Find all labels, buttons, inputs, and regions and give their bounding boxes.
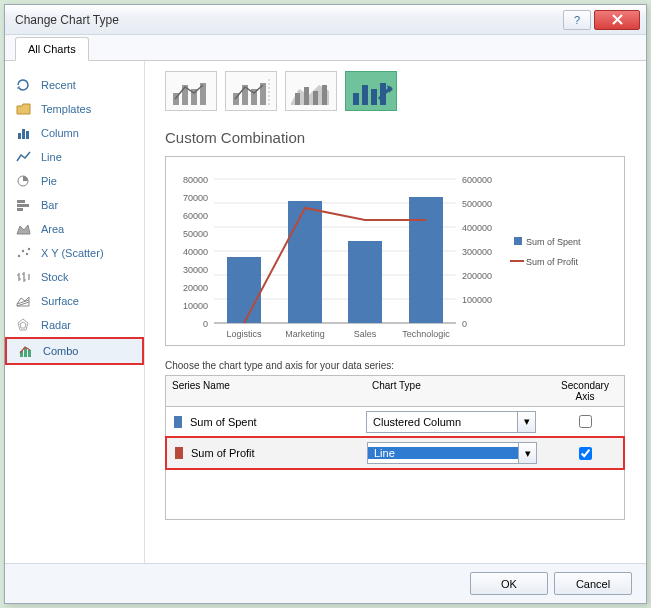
svg-text:Technologic: Technologic	[402, 329, 450, 339]
svg-rect-30	[371, 89, 377, 105]
chart-subtype-row	[165, 71, 626, 111]
svg-text:100000: 100000	[462, 295, 492, 305]
svg-rect-26	[313, 91, 318, 105]
svg-text:10000: 10000	[183, 301, 208, 311]
chart-type-dropdown-spent[interactable]: Clustered Column ▾	[366, 411, 536, 433]
legend-profit: Sum of Profit	[526, 257, 579, 267]
svg-text:400000: 400000	[462, 223, 492, 233]
svg-text:40000: 40000	[183, 247, 208, 257]
series-swatch	[175, 447, 183, 459]
svg-text:60000: 60000	[183, 211, 208, 221]
highlight-combo: Combo	[5, 337, 144, 365]
header-chart-type: Chart Type	[366, 376, 546, 406]
radar-chart-icon	[15, 317, 33, 333]
svg-rect-27	[322, 85, 327, 105]
svg-point-8	[18, 255, 20, 257]
chevron-down-icon: ▾	[518, 443, 536, 463]
sidebar-item-recent[interactable]: Recent	[5, 73, 144, 97]
svg-rect-6	[17, 204, 29, 207]
main-panel: Custom Combination 0 10000 20000 30000 4…	[145, 61, 646, 563]
svg-rect-5	[17, 200, 25, 203]
svg-point-9	[22, 250, 24, 252]
series-caption: Choose the chart type and axis for your …	[165, 360, 626, 371]
svg-text:50000: 50000	[183, 229, 208, 239]
chart-type-dropdown-profit[interactable]: Line ▾	[367, 442, 537, 464]
svg-text:Marketing: Marketing	[285, 329, 325, 339]
chart-preview: 0 10000 20000 30000 40000 50000 60000 70…	[165, 156, 625, 346]
column-chart-icon	[15, 125, 33, 141]
svg-point-11	[28, 248, 30, 250]
close-button[interactable]	[594, 10, 640, 30]
subtype-custom-combination[interactable]	[345, 71, 397, 111]
series-row-profit: Sum of Profit Line ▾	[167, 438, 623, 468]
dialog-footer: OK Cancel	[5, 563, 646, 603]
line-chart-icon	[15, 149, 33, 165]
section-title: Custom Combination	[165, 129, 626, 146]
svg-rect-3	[26, 131, 29, 139]
series-swatch	[174, 416, 182, 428]
cancel-button[interactable]: Cancel	[554, 572, 632, 595]
surface-chart-icon	[15, 293, 33, 309]
svg-rect-13	[24, 348, 27, 357]
series-name: Sum of Profit	[189, 447, 367, 459]
svg-text:Logistics: Logistics	[226, 329, 262, 339]
window-title: Change Chart Type	[15, 13, 119, 27]
subtype-clustered-line[interactable]	[165, 71, 217, 111]
subtype-stacked-area-column[interactable]	[285, 71, 337, 111]
svg-rect-55	[227, 257, 261, 323]
help-button[interactable]: ?	[563, 10, 591, 30]
sidebar-item-combo[interactable]: Combo	[7, 339, 142, 363]
ok-button[interactable]: OK	[470, 572, 548, 595]
svg-text:200000: 200000	[462, 271, 492, 281]
subtype-clustered-line-secondary[interactable]	[225, 71, 277, 111]
scatter-chart-icon	[15, 245, 33, 261]
svg-text:300000: 300000	[462, 247, 492, 257]
title-bar: Change Chart Type ?	[5, 5, 646, 35]
secondary-axis-checkbox-profit[interactable]	[579, 447, 592, 460]
svg-rect-1	[18, 133, 21, 139]
svg-text:0: 0	[203, 319, 208, 329]
chart-category-sidebar: Recent Templates Column Line Pie Bar Are…	[5, 61, 145, 563]
svg-text:70000: 70000	[183, 193, 208, 203]
svg-rect-57	[348, 241, 382, 323]
sidebar-item-surface[interactable]: Surface	[5, 289, 144, 313]
combo-chart-icon	[17, 343, 35, 359]
sidebar-item-stock[interactable]: Stock	[5, 265, 144, 289]
svg-rect-2	[22, 129, 25, 139]
sidebar-item-pie[interactable]: Pie	[5, 169, 144, 193]
series-name: Sum of Spent	[188, 416, 366, 428]
dialog-window: Change Chart Type ? All Charts Recent Te…	[4, 4, 647, 604]
area-chart-icon	[15, 221, 33, 237]
combo-chart-svg: 0 10000 20000 30000 40000 50000 60000 70…	[166, 157, 624, 345]
svg-rect-29	[362, 85, 368, 105]
svg-rect-56	[288, 201, 322, 323]
sidebar-item-radar[interactable]: Radar	[5, 313, 144, 337]
svg-rect-58	[409, 197, 443, 323]
svg-rect-28	[353, 93, 359, 105]
sidebar-item-line[interactable]: Line	[5, 145, 144, 169]
svg-text:Sales: Sales	[354, 329, 377, 339]
header-secondary-axis: Secondary Axis	[546, 376, 624, 406]
svg-text:500000: 500000	[462, 199, 492, 209]
svg-text:?: ?	[574, 15, 580, 25]
sidebar-item-column[interactable]: Column	[5, 121, 144, 145]
sidebar-item-bar[interactable]: Bar	[5, 193, 144, 217]
sidebar-item-templates[interactable]: Templates	[5, 97, 144, 121]
folder-icon	[15, 101, 33, 117]
svg-rect-7	[17, 208, 23, 211]
stock-chart-icon	[15, 269, 33, 285]
svg-text:0: 0	[462, 319, 467, 329]
series-row-spent: Sum of Spent Clustered Column ▾	[166, 407, 624, 437]
bar-chart-icon	[15, 197, 33, 213]
svg-rect-63	[514, 237, 522, 245]
sidebar-item-area[interactable]: Area	[5, 217, 144, 241]
svg-rect-24	[295, 93, 300, 105]
svg-point-10	[26, 253, 28, 255]
sidebar-item-scatter[interactable]: X Y (Scatter)	[5, 241, 144, 265]
chevron-down-icon: ▾	[517, 412, 535, 432]
svg-text:20000: 20000	[183, 283, 208, 293]
svg-rect-25	[304, 87, 309, 105]
tab-all-charts[interactable]: All Charts	[15, 37, 89, 61]
tab-strip: All Charts	[5, 35, 646, 61]
secondary-axis-checkbox-spent[interactable]	[579, 415, 592, 428]
